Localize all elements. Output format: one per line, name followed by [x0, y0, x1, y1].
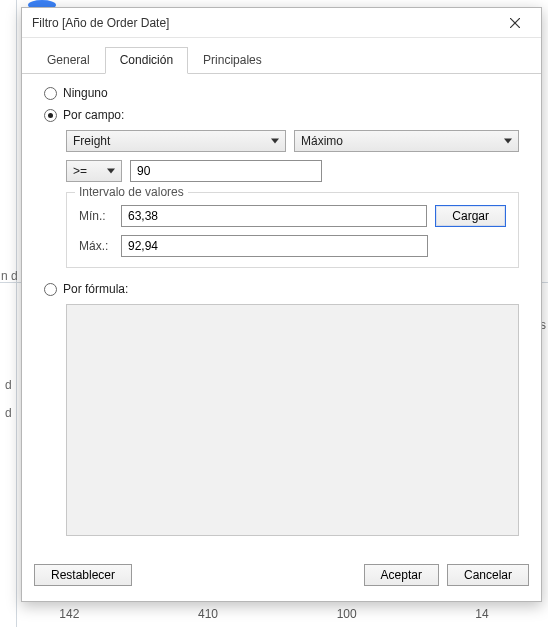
tabs: General Condición Principales: [22, 38, 541, 74]
min-input-field[interactable]: [128, 209, 420, 223]
dialog-footer: Restablecer Aceptar Cancelar: [22, 559, 541, 601]
value-input[interactable]: [130, 160, 322, 182]
option-none[interactable]: Ninguno: [44, 86, 519, 100]
range-fieldset: Intervalo de valores Mín.: Cargar Máx.:: [66, 192, 519, 268]
range-legend: Intervalo de valores: [75, 185, 188, 199]
radio-icon: [44, 109, 57, 122]
option-by-field-label: Por campo:: [63, 108, 124, 122]
dialog-body: Ninguno Por campo: Freight Máximo >=: [22, 74, 541, 559]
max-input[interactable]: [121, 235, 428, 257]
option-none-label: Ninguno: [63, 86, 108, 100]
operator-select[interactable]: >=: [66, 160, 122, 182]
min-label: Mín.:: [79, 209, 113, 223]
cancel-button[interactable]: Cancelar: [447, 564, 529, 586]
bg-numbers-row: 142 410 100 14: [0, 607, 548, 621]
option-by-field[interactable]: Por campo:: [44, 108, 519, 122]
bg-number: 14: [475, 607, 488, 621]
tab-principales[interactable]: Principales: [188, 47, 277, 74]
reset-button[interactable]: Restablecer: [34, 564, 132, 586]
field-select[interactable]: Freight: [66, 130, 286, 152]
bg-number: 142: [59, 607, 79, 621]
chevron-down-icon: [107, 169, 115, 174]
radio-icon: [44, 283, 57, 296]
max-input-field[interactable]: [128, 239, 421, 253]
filter-dialog: Filtro [Año de Order Date] General Condi…: [21, 7, 542, 602]
value-input-field[interactable]: [137, 164, 315, 178]
field-select-value: Freight: [73, 134, 110, 148]
bg-number: 410: [198, 607, 218, 621]
tab-general[interactable]: General: [32, 47, 105, 74]
bg-text-frag: d: [5, 406, 12, 420]
aggregation-select-value: Máximo: [301, 134, 343, 148]
chevron-down-icon: [271, 139, 279, 144]
bg-number: 100: [337, 607, 357, 621]
aggregation-select[interactable]: Máximo: [294, 130, 519, 152]
close-icon: [510, 18, 520, 28]
bg-text-frag: n d: [1, 269, 18, 283]
formula-textarea[interactable]: [66, 304, 519, 536]
option-by-formula[interactable]: Por fórmula:: [44, 282, 519, 296]
dialog-title: Filtro [Año de Order Date]: [32, 16, 497, 30]
titlebar: Filtro [Año de Order Date]: [22, 8, 541, 38]
close-button[interactable]: [497, 11, 533, 35]
ok-button[interactable]: Aceptar: [364, 564, 439, 586]
radio-icon: [44, 87, 57, 100]
chevron-down-icon: [504, 139, 512, 144]
bg-divider: [16, 0, 17, 627]
min-input[interactable]: [121, 205, 427, 227]
option-by-formula-label: Por fórmula:: [63, 282, 128, 296]
bg-text-frag: d: [5, 378, 12, 392]
operator-select-value: >=: [73, 164, 87, 178]
load-button[interactable]: Cargar: [435, 205, 506, 227]
tab-condicion[interactable]: Condición: [105, 47, 188, 74]
max-label: Máx.:: [79, 239, 113, 253]
